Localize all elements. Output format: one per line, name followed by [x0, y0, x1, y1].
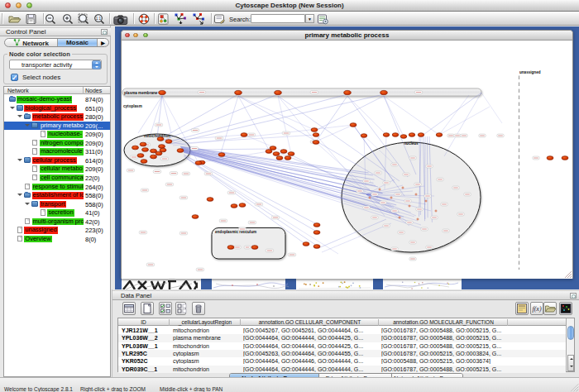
svg-text:1:1: 1:1	[96, 16, 102, 20]
svg-text:endoplasmic reticulum: endoplasmic reticulum	[215, 229, 256, 233]
svg-text:cytoplasm: cytoplasm	[123, 104, 142, 108]
svg-text:unassigned: unassigned	[519, 69, 541, 74]
svg-text:plasma membrane: plasma membrane	[124, 90, 158, 94]
svg-text:nucleus: nucleus	[404, 141, 419, 145]
svg-text:f(x): f(x)	[532, 305, 541, 313]
